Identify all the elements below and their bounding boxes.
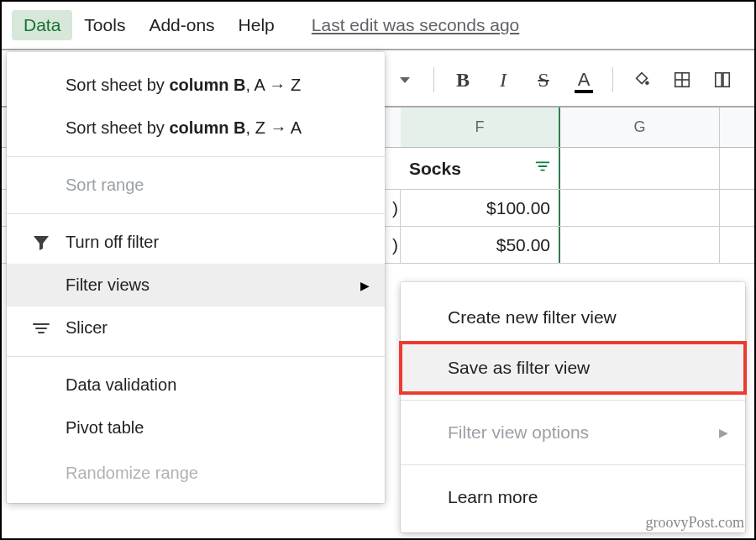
menu-item-label: Save as filter view: [448, 358, 590, 378]
cell[interactable]: [560, 148, 720, 189]
submenu-item-filter-view-options: Filter view options ▶: [401, 407, 745, 458]
menu-item-sort-range: Sort range: [7, 164, 385, 207]
menu-item-data-validation[interactable]: Data validation: [7, 364, 385, 406]
cell-partial: ): [384, 227, 401, 263]
menu-item-slicer[interactable]: Slicer: [7, 307, 385, 349]
menu-item-label: Pivot table: [66, 418, 144, 438]
svg-point-0: [645, 81, 649, 85]
menu-item-pivot-table[interactable]: Pivot table: [7, 406, 385, 449]
cell-partial: ): [384, 190, 401, 226]
submenu-item-save-as-filter-view[interactable]: Save as filter view: [401, 343, 745, 393]
italic-button[interactable]: I: [486, 63, 520, 97]
menu-item-label: Turn off filter: [66, 233, 159, 252]
filter-views-submenu: Create new filter view Save as filter vi…: [401, 282, 745, 532]
toolbar-divider: [433, 67, 434, 92]
borders-button[interactable]: [665, 63, 699, 97]
menu-item-label: Sort sheet by column B, Z → A: [66, 118, 302, 138]
text-color-button[interactable]: A: [567, 63, 601, 97]
dropdown-caret-icon[interactable]: [388, 63, 422, 97]
funnel-icon: [30, 232, 52, 254]
menu-item-sort-az[interactable]: Sort sheet by column B, A → Z: [7, 64, 385, 107]
cell[interactable]: [560, 227, 720, 263]
menu-item-label: Data validation: [66, 375, 176, 395]
menu-data[interactable]: Data: [12, 10, 72, 40]
menu-item-label: Filter view options: [448, 422, 589, 443]
menu-item-label: Create new filter view: [448, 307, 617, 328]
cell[interactable]: $100.00: [401, 190, 560, 226]
menu-divider: [7, 213, 385, 214]
watermark: groovyPost.com: [645, 514, 744, 532]
menu-item-sort-za[interactable]: Sort sheet by column B, Z → A: [7, 107, 385, 149]
bold-button[interactable]: B: [446, 63, 480, 97]
cell-value: Socks: [409, 159, 461, 179]
filter-icon[interactable]: [533, 157, 552, 180]
fill-color-button[interactable]: [625, 63, 659, 97]
menu-item-turn-off-filter[interactable]: Turn off filter: [7, 221, 385, 264]
menu-item-filter-views[interactable]: Filter views ▶: [7, 264, 385, 307]
menu-tools[interactable]: Tools: [72, 10, 137, 40]
svg-rect-4: [716, 73, 722, 87]
menu-help[interactable]: Help: [227, 10, 286, 40]
merge-cells-button[interactable]: [706, 63, 739, 97]
menubar: Data Tools Add-ons Help Last edit was se…: [2, 2, 754, 50]
last-edit-status[interactable]: Last edit was seconds ago: [312, 15, 520, 35]
column-header-F[interactable]: F: [401, 107, 560, 147]
data-menu-dropdown: Sort sheet by column B, A → Z Sort sheet…: [7, 52, 385, 503]
menu-divider: [7, 356, 385, 357]
menu-divider: [401, 464, 745, 465]
chevron-right-icon: ▶: [360, 279, 370, 292]
menu-addons[interactable]: Add-ons: [137, 10, 226, 40]
column-header-G[interactable]: G: [560, 107, 720, 147]
strikethrough-button[interactable]: S: [527, 63, 560, 97]
menu-item-label: Filter views: [66, 275, 150, 295]
menu-item-label: Sort range: [66, 176, 144, 195]
submenu-item-create-filter-view[interactable]: Create new filter view: [401, 292, 745, 343]
svg-rect-5: [723, 73, 729, 87]
menu-item-randomize-range[interactable]: Randomize range: [7, 449, 385, 491]
cell[interactable]: $50.00: [401, 227, 560, 263]
cell[interactable]: [560, 190, 720, 226]
slicer-icon: [30, 317, 52, 339]
chevron-right-icon: ▶: [719, 426, 728, 439]
menu-item-label: Sort sheet by column B, A → Z: [66, 76, 301, 95]
menu-divider: [7, 156, 385, 157]
menu-item-label: Randomize range: [66, 464, 198, 483]
toolbar-divider: [612, 67, 613, 92]
cell-F-header[interactable]: Socks: [401, 148, 560, 189]
menu-item-label: Learn more: [448, 487, 538, 507]
menu-item-label: Slicer: [66, 318, 108, 338]
menu-divider: [401, 400, 745, 401]
